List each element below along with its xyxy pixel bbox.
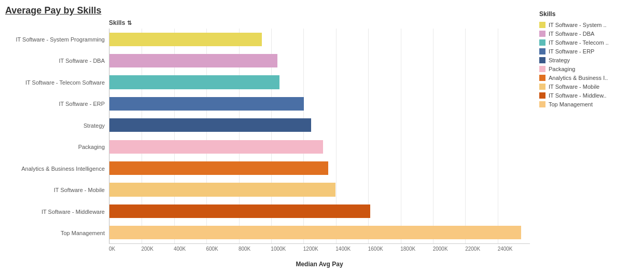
legend-color-swatch xyxy=(539,75,545,81)
chart-container: Average Pay by Skills Skills ⇅ IT Softwa… xyxy=(0,0,644,273)
bar-row xyxy=(109,222,530,243)
legend-item-label: IT Software - Mobile xyxy=(549,84,599,90)
legend-item: IT Software - Middlew.. xyxy=(539,92,635,99)
legend-panel: Skills IT Software - System ..IT Softwar… xyxy=(535,5,639,268)
bar-row xyxy=(109,115,530,136)
y-label: IT Software - Telecom Software xyxy=(5,72,105,93)
bar-row xyxy=(109,72,530,93)
legend-items: IT Software - System ..IT Software - DBA… xyxy=(539,22,635,107)
sort-icon[interactable]: ⇅ xyxy=(127,20,132,26)
bars-plot xyxy=(109,29,530,244)
legend-item-label: IT Software - Telecom .. xyxy=(549,39,609,46)
legend-color-swatch xyxy=(539,57,545,63)
chart-area: Skills ⇅ IT Software - System Programmin… xyxy=(5,19,530,268)
bar[interactable] xyxy=(109,118,311,132)
legend-color-swatch xyxy=(539,84,545,90)
y-label: IT Software - Mobile xyxy=(5,180,105,201)
legend-color-swatch xyxy=(539,31,545,37)
x-tick: 1600K xyxy=(368,244,400,260)
legend-item: Analytics & Business I.. xyxy=(539,75,635,81)
y-label: IT Software - System Programming xyxy=(5,29,105,50)
y-label: Top Management xyxy=(5,223,105,244)
y-label: IT Software - ERP xyxy=(5,93,105,115)
bar[interactable] xyxy=(109,75,279,89)
legend-item: Top Management xyxy=(539,101,635,107)
bar[interactable] xyxy=(109,204,370,218)
legend-item-label: IT Software - DBA xyxy=(549,31,594,37)
legend-color-swatch xyxy=(539,22,545,28)
legend-color-swatch xyxy=(539,66,545,72)
bar[interactable] xyxy=(109,226,521,239)
legend-item: IT Software - Mobile xyxy=(539,84,635,90)
legend-item-label: IT Software - System .. xyxy=(549,22,607,28)
legend-item: IT Software - Telecom .. xyxy=(539,39,635,46)
x-tick: 400K xyxy=(174,244,206,260)
bar[interactable] xyxy=(109,140,323,154)
x-tick: 1800K xyxy=(400,244,432,260)
y-label: Analytics & Business Intelligence xyxy=(5,158,105,180)
legend-item-label: Analytics & Business I.. xyxy=(549,75,608,81)
legend-item: Packaging xyxy=(539,66,635,72)
x-axis-label: Median Avg Pay xyxy=(109,260,530,268)
legend-item: IT Software - ERP xyxy=(539,48,635,54)
legend-color-swatch xyxy=(539,48,545,54)
bars-and-axis: IT Software - System ProgrammingIT Softw… xyxy=(5,29,530,268)
bar-row xyxy=(109,50,530,71)
y-label: IT Software - Middleware xyxy=(5,201,105,223)
bar[interactable] xyxy=(109,183,335,196)
skills-header-label: Skills xyxy=(109,19,125,26)
x-tick: 2000K xyxy=(433,244,465,260)
legend-item-label: IT Software - Middlew.. xyxy=(549,92,607,99)
bars-rows xyxy=(109,29,530,243)
bars-section: IT Software - System ProgrammingIT Softw… xyxy=(5,29,530,244)
legend-item: Strategy xyxy=(539,57,635,63)
chart-title: Average Pay by Skills xyxy=(5,5,530,16)
legend-item-label: Strategy xyxy=(549,57,570,63)
legend-title: Skills xyxy=(539,10,635,18)
legend-color-swatch xyxy=(539,39,545,46)
bar-row xyxy=(109,157,530,179)
y-label: Strategy xyxy=(5,115,105,136)
bar[interactable] xyxy=(109,161,328,175)
x-axis: 0K200K400K600K800K1000K1200K1400K1600K18… xyxy=(109,244,530,260)
bar-row xyxy=(109,29,530,50)
legend-item-label: Top Management xyxy=(549,101,593,107)
y-label: IT Software - DBA xyxy=(5,50,105,72)
bar-row xyxy=(109,200,530,222)
x-tick: 600K xyxy=(206,244,238,260)
bar[interactable] xyxy=(109,54,277,67)
skills-header: Skills ⇅ xyxy=(109,19,530,26)
x-tick: 2400K xyxy=(498,244,530,260)
legend-color-swatch xyxy=(539,101,545,107)
legend-item-label: IT Software - ERP xyxy=(549,48,594,54)
x-tick: 200K xyxy=(141,244,173,260)
legend-color-swatch xyxy=(539,92,545,99)
x-tick: 800K xyxy=(239,244,271,260)
bar[interactable] xyxy=(109,97,304,111)
x-tick: 2200K xyxy=(465,244,497,260)
y-labels: IT Software - System ProgrammingIT Softw… xyxy=(5,29,109,244)
chart-main: Average Pay by Skills Skills ⇅ IT Softwa… xyxy=(5,5,535,268)
bar-row xyxy=(109,136,530,157)
bar-row xyxy=(109,93,530,114)
legend-item: IT Software - DBA xyxy=(539,31,635,37)
x-tick: 1400K xyxy=(335,244,368,260)
legend-item-label: Packaging xyxy=(549,66,575,72)
bar-row xyxy=(109,179,530,200)
legend-item: IT Software - System .. xyxy=(539,22,635,28)
y-label: Packaging xyxy=(5,136,105,158)
x-tick: 1200K xyxy=(303,244,335,260)
x-tick: 0K xyxy=(109,244,141,260)
x-tick: 1000K xyxy=(271,244,303,260)
bar[interactable] xyxy=(109,33,262,46)
